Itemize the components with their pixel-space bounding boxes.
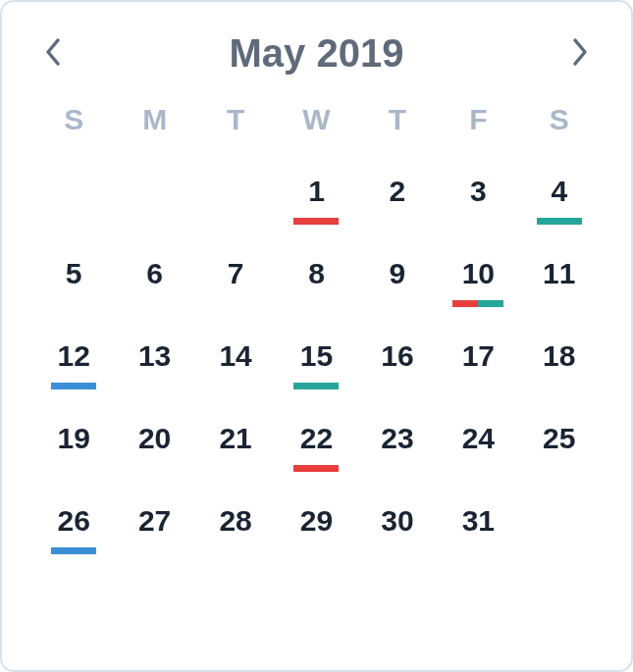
day-number: 12 (58, 339, 90, 373)
day-cell[interactable]: 8 (276, 238, 356, 321)
day-cell[interactable]: 18 (519, 321, 600, 403)
day-number: 10 (462, 257, 495, 290)
calendar: May 2019 S M T W T F S 12345678910111213… (0, 0, 633, 672)
weekday-label: S (33, 103, 114, 136)
day-cell[interactable]: 2 (357, 156, 438, 238)
weekday-label: M (114, 103, 194, 136)
day-empty (114, 156, 194, 238)
day-cell[interactable]: 31 (438, 486, 518, 568)
day-number: 6 (146, 257, 163, 290)
day-number: 24 (462, 422, 495, 455)
day-number: 26 (58, 504, 90, 538)
event-marks (293, 218, 339, 225)
day-cell[interactable]: 25 (519, 403, 600, 486)
day-cell[interactable]: 22 (276, 403, 356, 486)
day-cell[interactable]: 10 (438, 238, 518, 321)
day-empty (519, 486, 600, 568)
weekday-label: W (276, 103, 356, 136)
event-mark-blue (51, 547, 96, 554)
day-number: 23 (381, 422, 413, 455)
day-number: 5 (66, 257, 82, 290)
day-number: 28 (219, 504, 251, 538)
day-cell[interactable]: 28 (195, 486, 276, 568)
weekday-label: T (357, 103, 438, 136)
day-cell[interactable]: 19 (33, 403, 114, 486)
day-cell[interactable]: 13 (114, 321, 194, 403)
day-number: 3 (470, 175, 487, 208)
day-cell[interactable]: 20 (114, 403, 194, 486)
day-cell[interactable]: 15 (276, 321, 356, 403)
day-number: 31 (462, 504, 495, 538)
day-number: 16 (381, 339, 413, 373)
day-number: 15 (300, 339, 333, 373)
day-number: 19 (58, 422, 90, 455)
day-empty (33, 156, 114, 238)
day-cell[interactable]: 6 (114, 238, 194, 321)
day-number: 7 (228, 257, 244, 290)
day-cell[interactable]: 17 (438, 321, 518, 403)
day-cell[interactable]: 5 (33, 238, 114, 321)
event-marks (293, 383, 339, 389)
event-mark-teal (537, 218, 582, 225)
day-number: 14 (219, 339, 251, 373)
day-cell[interactable]: 1 (276, 156, 356, 238)
day-number: 29 (300, 504, 333, 538)
day-number: 22 (300, 422, 333, 455)
event-mark-red (293, 218, 339, 225)
event-marks (452, 300, 503, 307)
day-number: 27 (138, 504, 171, 538)
event-marks (293, 465, 339, 472)
day-number: 17 (462, 339, 495, 373)
weekday-label: S (519, 103, 600, 136)
event-mark-teal (478, 300, 503, 307)
month-year-title: May 2019 (230, 31, 404, 76)
day-cell[interactable]: 29 (276, 486, 356, 568)
day-number: 21 (219, 422, 251, 455)
event-mark-red (452, 300, 478, 307)
event-marks (51, 383, 96, 389)
day-cell[interactable]: 3 (438, 156, 518, 238)
day-cell[interactable]: 12 (33, 321, 114, 403)
event-marks (51, 547, 96, 554)
day-cell[interactable]: 4 (519, 156, 600, 238)
day-number: 4 (551, 175, 567, 208)
weekday-label: F (438, 103, 518, 136)
days-grid: 1234567891011121314151617181920212223242… (33, 156, 600, 568)
day-number: 2 (390, 175, 406, 208)
day-number: 9 (390, 257, 406, 290)
event-mark-blue (51, 383, 96, 389)
day-number: 30 (381, 504, 413, 538)
day-cell[interactable]: 11 (519, 238, 600, 321)
event-marks (537, 218, 582, 225)
weekday-row: S M T W T F S (33, 103, 600, 136)
day-number: 20 (138, 422, 171, 455)
chevron-right-icon (571, 37, 589, 71)
day-cell[interactable]: 9 (357, 238, 438, 321)
event-mark-red (293, 465, 339, 472)
day-cell[interactable]: 26 (33, 486, 114, 568)
day-number: 13 (138, 339, 171, 373)
day-cell[interactable]: 23 (357, 403, 438, 486)
prev-month-button[interactable] (33, 34, 73, 74)
day-cell[interactable]: 16 (357, 321, 438, 403)
day-number: 11 (543, 257, 575, 290)
day-number: 8 (308, 257, 325, 290)
day-number: 18 (543, 339, 575, 373)
next-month-button[interactable] (560, 34, 600, 74)
day-cell[interactable]: 27 (114, 486, 194, 568)
day-cell[interactable]: 30 (357, 486, 438, 568)
day-cell[interactable]: 24 (438, 403, 518, 486)
day-cell[interactable]: 14 (195, 321, 276, 403)
weekday-label: T (195, 103, 276, 136)
day-empty (195, 156, 276, 238)
chevron-left-icon (44, 37, 62, 71)
day-number: 25 (543, 422, 575, 455)
day-number: 1 (308, 175, 325, 208)
day-cell[interactable]: 7 (195, 238, 276, 321)
event-mark-teal (293, 383, 339, 389)
day-cell[interactable]: 21 (195, 403, 276, 486)
calendar-header: May 2019 (33, 31, 600, 76)
